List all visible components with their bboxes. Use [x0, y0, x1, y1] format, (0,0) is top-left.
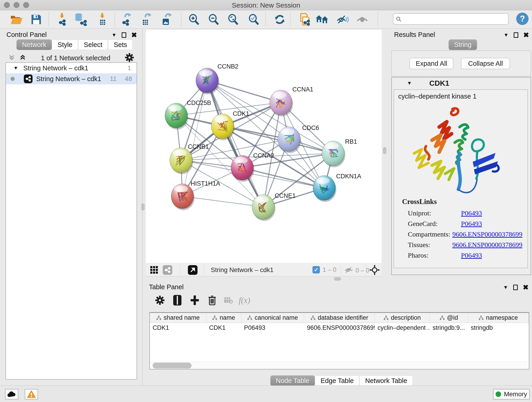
- expand-all-icon[interactable]: [19, 54, 27, 62]
- bottom-splitter-handle[interactable]: [334, 277, 341, 281]
- crosslink-link[interactable]: P06493: [461, 220, 482, 228]
- close-table-icon[interactable]: ✖: [523, 283, 529, 291]
- fit-selected-crosshair-icon[interactable]: [369, 265, 380, 276]
- network-status-dot: [11, 77, 15, 81]
- control-panel-title: Control Panel: [6, 31, 47, 38]
- network-canvas[interactable]: CCNB2CCNA1CDC25BCDK1CDC6RB1CCNB1CCNA2CDK…: [146, 30, 382, 263]
- network-node-hist1h1a[interactable]: HIST1H1A: [171, 180, 220, 210]
- crosslink-link[interactable]: P06493: [461, 209, 482, 217]
- column-header-description[interactable]: description: [375, 313, 430, 323]
- open-file-icon[interactable]: [10, 13, 23, 26]
- network-options-gear-icon[interactable]: [125, 53, 134, 63]
- zoom-out-icon[interactable]: [207, 13, 221, 26]
- import-network-database-icon[interactable]: [74, 13, 88, 26]
- tab-edge-table[interactable]: Edge Table: [315, 375, 360, 386]
- table-cell[interactable]: P06493: [241, 323, 304, 333]
- network-edge[interactable]: [182, 80, 207, 196]
- left-splitter-handle[interactable]: [141, 204, 145, 211]
- tab-string[interactable]: String: [449, 39, 477, 50]
- zoom-selected-icon[interactable]: [247, 13, 261, 26]
- export-network-icon[interactable]: [120, 13, 133, 26]
- memory-button[interactable]: Memory: [493, 389, 530, 400]
- table-cell[interactable]: CDK1: [206, 323, 241, 333]
- create-column-icon[interactable]: [187, 293, 202, 307]
- show-eye-icon[interactable]: [355, 13, 369, 26]
- help-button[interactable]: ?: [516, 13, 529, 25]
- import-network-file-icon[interactable]: [56, 13, 69, 26]
- network-node-ccnb1[interactable]: CCNB1: [170, 143, 209, 174]
- import-table-file-icon[interactable]: [96, 13, 109, 26]
- hidden-eye-icon[interactable]: [344, 266, 353, 275]
- table-cell[interactable]: cyclin–dependent ...: [375, 323, 430, 333]
- float-panel-icon[interactable]: ▼: [112, 32, 117, 38]
- close-results-icon[interactable]: ✖: [523, 31, 529, 39]
- export-image-icon[interactable]: [160, 13, 174, 26]
- tab-network[interactable]: Network: [17, 39, 52, 50]
- right-splitter-handle[interactable]: [383, 147, 386, 154]
- column-header-name[interactable]: name: [206, 313, 241, 323]
- table-hscrollbar-thumb[interactable]: [152, 363, 191, 369]
- tab-style[interactable]: Style: [52, 39, 78, 50]
- column-header-canonical-name[interactable]: canonical name: [241, 313, 304, 323]
- copy-network-icon[interactable]: [298, 13, 312, 26]
- table-cell[interactable]: stringdb: [468, 323, 529, 333]
- network-row[interactable]: String Network – cdk1 11 48: [6, 73, 137, 84]
- column-header-namespace[interactable]: namespace: [468, 313, 529, 323]
- maximize-table-icon[interactable]: [513, 285, 518, 290]
- entry-collapse-icon[interactable]: ▼: [407, 80, 412, 86]
- show-all-networks-icon[interactable]: [315, 13, 329, 26]
- network-node-ccna1[interactable]: CCNA1: [270, 86, 313, 116]
- cdk1-entry-header[interactable]: ▼ CDK1: [392, 77, 531, 89]
- tab-select[interactable]: Select: [78, 39, 108, 50]
- zoom-fit-icon[interactable]: [226, 13, 240, 26]
- column-header-shared-name[interactable]: shared name: [150, 313, 206, 323]
- cloud-button[interactable]: [5, 389, 18, 400]
- crosslink-link[interactable]: 9606.ENSP00000378699: [452, 241, 522, 249]
- table-cell[interactable]: CDK1: [150, 323, 206, 333]
- collapse-all-icon[interactable]: [8, 54, 16, 62]
- node-table[interactable]: shared namenamecanonical namedatabase id…: [149, 312, 529, 370]
- maximize-results-icon[interactable]: [514, 32, 518, 38]
- expand-all-button[interactable]: Expand All: [409, 58, 453, 69]
- refresh-icon[interactable]: [273, 13, 287, 26]
- float-table-icon[interactable]: ▼: [503, 284, 508, 290]
- zoom-in-icon[interactable]: [187, 13, 201, 26]
- open-in-new-window-icon[interactable]: [188, 265, 197, 275]
- network-node-rb1[interactable]: RB1: [322, 138, 357, 167]
- network-collection-row[interactable]: ▼ String Network – cdk1 1: [6, 63, 137, 73]
- tab-sets[interactable]: Sets: [108, 39, 133, 50]
- column-header--id[interactable]: @id: [430, 313, 468, 323]
- network-edge[interactable]: [207, 80, 263, 207]
- network-node-cdk1[interactable]: CDK1: [211, 110, 249, 140]
- maximize-panel-icon[interactable]: [122, 32, 126, 38]
- warning-button[interactable]: [25, 389, 38, 400]
- network-graph[interactable]: CCNB2CCNA1CDC25BCDK1CDC6RB1CCNB1CCNA2CDK…: [146, 30, 382, 263]
- table-cell[interactable]: stringdb:9...: [430, 323, 468, 333]
- table-row[interactable]: CDK1CDK1P064939606.ENSP00000378699cyclin…: [150, 323, 529, 333]
- network-node-cdkn1a[interactable]: CDKN1A: [313, 173, 361, 202]
- collection-expand-icon[interactable]: ▼: [13, 65, 18, 71]
- table-options-gear-icon[interactable]: [152, 293, 167, 307]
- table-hscrollbar[interactable]: [150, 362, 528, 369]
- selected-checkbox-icon[interactable]: ✓: [312, 266, 320, 274]
- float-results-icon[interactable]: ▼: [504, 32, 509, 38]
- crosslink-link[interactable]: 9606.ENSP00000378699: [452, 230, 522, 238]
- delete-column-icon[interactable]: [205, 293, 220, 307]
- save-session-icon[interactable]: [29, 13, 43, 26]
- search-input[interactable]: [403, 16, 501, 23]
- tab-network-table[interactable]: Network Table: [360, 375, 413, 386]
- crosslink-link[interactable]: P06493: [461, 251, 482, 259]
- network-node-ccne1[interactable]: CCNE1: [252, 192, 296, 221]
- hide-selected-icon[interactable]: [336, 13, 349, 26]
- birdseye-view-icon[interactable]: [150, 266, 158, 275]
- column-header-database-identifier[interactable]: database identifier: [304, 313, 375, 323]
- tab-node-table[interactable]: Node Table: [270, 375, 315, 386]
- collapse-all-button[interactable]: Collapse All: [461, 58, 510, 69]
- export-table-icon[interactable]: [139, 13, 153, 26]
- string-panel-icon[interactable]: [163, 265, 172, 275]
- node-label-cdkn1a: CDKN1A: [336, 173, 361, 180]
- show-columns-icon[interactable]: [170, 293, 185, 307]
- search-box[interactable]: ⚲: [393, 13, 509, 25]
- table-cell[interactable]: 9606.ENSP00000378699: [304, 323, 375, 333]
- close-panel-icon[interactable]: ✖: [131, 31, 137, 39]
